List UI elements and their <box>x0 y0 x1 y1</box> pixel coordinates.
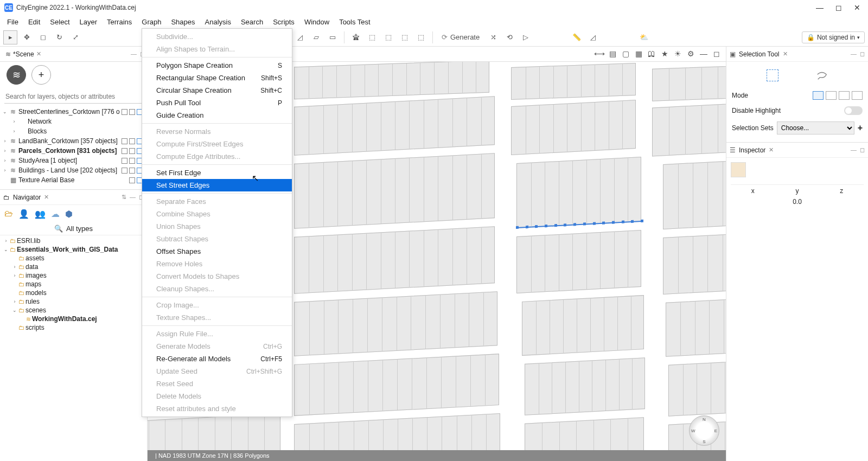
menu-terrains[interactable]: Terrains <box>102 16 137 28</box>
parcel-block[interactable] <box>148 413 280 450</box>
vp-gear-icon[interactable]: ⚙ <box>685 48 697 59</box>
nav-row[interactable]: ›🗀ESRI.lib <box>2 236 145 245</box>
menu-item-circular-shape-creation[interactable]: Circular Shape CreationShift+C <box>142 84 292 97</box>
nav-row[interactable]: 🗀maps <box>2 280 145 289</box>
move-tool-icon[interactable]: ✥ <box>20 30 34 44</box>
coord-y-value[interactable]: 0.0 <box>775 197 820 207</box>
parcel-block[interactable] <box>511 100 636 155</box>
panel-close-icon[interactable]: ✕ <box>769 146 774 153</box>
vp-frame-icon[interactable]: ▢ <box>620 48 631 59</box>
panel-minimize-icon[interactable]: — <box>851 146 857 153</box>
menu-graph[interactable]: Graph <box>137 16 166 28</box>
menu-analysis[interactable]: Analysis <box>200 16 236 28</box>
menu-item-set-street-edges[interactable]: Set Street Edges <box>142 179 292 191</box>
panel-minimize-icon[interactable]: — <box>131 50 137 57</box>
nav-row[interactable]: ⌄🗀Essentials_Work_with_GIS_Data <box>2 245 145 254</box>
compass-icon[interactable]: EW <box>689 415 719 446</box>
add-layer-button[interactable]: + <box>31 65 51 85</box>
parcel-block[interactable] <box>522 295 644 356</box>
tool-misc1-icon[interactable]: ⤮ <box>486 30 500 44</box>
parcel-block[interactable] <box>516 230 641 293</box>
menu-search[interactable]: Search <box>236 16 268 28</box>
vp-max-icon[interactable]: ◻ <box>711 48 723 59</box>
menu-item-offset-shapes[interactable]: Offset Shapes <box>142 245 292 258</box>
vp-min-icon[interactable]: — <box>698 48 710 59</box>
vp-book-icon[interactable]: 🕮 <box>646 48 658 59</box>
lasso-select-icon[interactable] <box>816 69 828 81</box>
layer-row[interactable]: ›≋Buildings - Land Use [202 objects] <box>0 165 147 175</box>
parcel-block[interactable] <box>663 159 726 229</box>
close-button[interactable]: ✕ <box>854 3 860 12</box>
nav-db-icon[interactable]: ⬢ <box>65 209 73 219</box>
menu-layer[interactable]: Layer <box>75 16 103 28</box>
panel-maximize-icon[interactable]: ◻ <box>860 146 865 153</box>
menu-item-guide-creation[interactable]: Guide Creation <box>142 109 292 121</box>
selection-sets-dropdown[interactable]: Choose... <box>777 121 854 135</box>
nav-share-icon[interactable]: 👥 <box>35 209 46 219</box>
panel-close-icon[interactable]: ✕ <box>783 50 788 57</box>
panel-minimize-icon[interactable]: — <box>130 194 136 201</box>
transform-tool-icon[interactable]: ⤢ <box>68 30 82 44</box>
disable-highlight-toggle[interactable] <box>844 106 863 115</box>
parcel-block[interactable] <box>294 291 497 356</box>
nav-row[interactable]: ≋WorkingWithData.cej <box>2 315 145 323</box>
menu-item-rectangular-shape-creation[interactable]: Rectangular Shape CreationShift+S <box>142 72 292 84</box>
nav-filter-label[interactable]: All types <box>66 225 93 233</box>
measure-tool-icon[interactable]: 📏 <box>570 30 584 44</box>
select-tool-icon[interactable]: ▸ <box>3 30 17 44</box>
layer-row[interactable]: ›Network <box>0 117 147 126</box>
nav-folder-icon[interactable]: 🗁 <box>4 209 13 219</box>
menu-edit[interactable]: Edit <box>23 16 45 28</box>
link-icon[interactable]: ⇅ <box>122 194 126 201</box>
parcel-block[interactable] <box>652 101 726 156</box>
menu-item-polygon-shape-creation[interactable]: Polygon Shape CreationS <box>142 59 292 72</box>
maximize-button[interactable]: ◻ <box>835 3 842 12</box>
menu-item-push-pull-tool[interactable]: Push Pull ToolP <box>142 97 292 109</box>
street-tool5-icon[interactable]: ⬚ <box>414 30 428 44</box>
panel-minimize-icon[interactable]: — <box>851 50 857 57</box>
parcel-block[interactable] <box>294 96 495 155</box>
panel-maximize-icon[interactable]: ◻ <box>860 50 865 57</box>
nav-row[interactable]: ›🗀rules <box>2 297 145 306</box>
nav-user-icon[interactable]: 👤 <box>18 209 29 219</box>
nav-row[interactable]: 🗀models <box>2 289 145 297</box>
nav-row[interactable]: ⌄🗀scenes <box>2 306 145 315</box>
coord-x-value[interactable] <box>731 197 775 207</box>
vp-link-icon[interactable]: ⟷ <box>593 48 605 59</box>
parcel-block[interactable] <box>294 226 495 293</box>
nav-row[interactable]: 🗀scripts <box>2 323 145 332</box>
parcel-block[interactable] <box>294 153 495 228</box>
shape-tool2-icon[interactable]: ▱ <box>309 30 323 44</box>
parcel-block[interactable] <box>525 417 644 450</box>
scale-tool-icon[interactable]: ◻ <box>36 30 50 44</box>
street-tool2-icon[interactable]: ⬚ <box>365 30 379 44</box>
menu-shapes[interactable]: Shapes <box>166 16 200 28</box>
layer-row[interactable]: ›≋StudyArea [1 object] <box>0 156 147 165</box>
minimize-button[interactable]: — <box>816 3 824 12</box>
marquee-select-icon[interactable] <box>767 69 778 81</box>
parcel-block[interactable] <box>511 63 636 100</box>
parcel-block[interactable] <box>294 413 500 450</box>
parcel-block[interactable] <box>668 360 726 416</box>
navigator-close-icon[interactable]: ✕ <box>44 194 49 201</box>
shape-tool3-icon[interactable]: ▭ <box>326 30 340 44</box>
rotate-tool-icon[interactable]: ↻ <box>52 30 66 44</box>
inspector-thumbnail[interactable] <box>731 162 746 177</box>
tool-misc2-icon[interactable]: ⟲ <box>502 30 516 44</box>
weather-icon[interactable]: ⛅ <box>637 30 651 44</box>
scene-tab[interactable]: ≋ *Scene ✕ <box>2 49 44 59</box>
measure-tool2-icon[interactable]: ◿ <box>586 30 600 44</box>
street-tool-icon[interactable]: 🛣 <box>349 30 363 44</box>
layers-button[interactable]: ≋ <box>7 65 26 85</box>
parcel-block[interactable] <box>516 157 641 228</box>
menu-scripts[interactable]: Scripts <box>268 16 299 28</box>
layer-row[interactable]: ⌄≋StreetCenterlines_Corktown [776 o <box>0 107 147 117</box>
nav-row[interactable]: ›🗀data <box>2 262 145 271</box>
vp-sun-icon[interactable]: ☀ <box>672 48 684 59</box>
coord-z-value[interactable] <box>819 197 864 207</box>
shape-tool-icon[interactable]: ◿ <box>293 30 307 44</box>
parcel-block[interactable] <box>525 357 645 415</box>
layer-search-input[interactable] <box>4 90 143 104</box>
mode-selector[interactable] <box>813 91 863 100</box>
parcel-block[interactable] <box>294 62 489 99</box>
